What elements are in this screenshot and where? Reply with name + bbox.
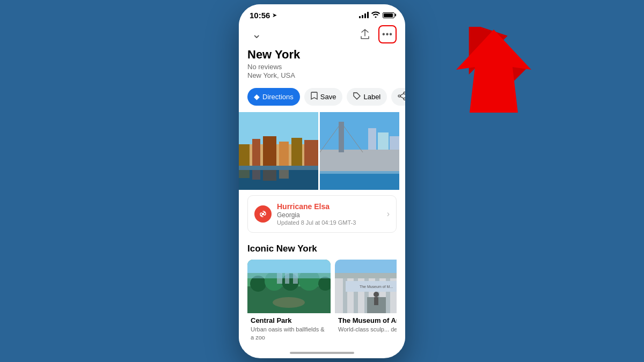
- svg-rect-30: [320, 171, 399, 174]
- label-button[interactable]: Label: [347, 88, 387, 106]
- svg-rect-25: [339, 122, 344, 152]
- chevron-down-icon: ⌄: [252, 28, 261, 40]
- more-options-icon: •••: [382, 29, 393, 39]
- svg-rect-43: [247, 270, 331, 278]
- additional-share-icon: [398, 92, 405, 102]
- museum-title: The Museum of Art: [335, 313, 397, 326]
- svg-rect-59: [374, 297, 378, 305]
- iconic-section: Iconic New York: [239, 238, 405, 350]
- iconic-section-title: Iconic New York: [247, 243, 397, 254]
- status-bar: 10:56 ➤: [239, 4, 405, 23]
- alert-chevron-icon: ›: [387, 209, 390, 219]
- status-icons: [359, 11, 394, 19]
- save-button[interactable]: Save: [304, 88, 343, 106]
- svg-rect-16: [239, 166, 318, 170]
- svg-point-44: [273, 297, 305, 308]
- wifi-icon: [371, 11, 380, 19]
- svg-point-58: [374, 292, 379, 297]
- svg-point-3: [398, 95, 400, 97]
- svg-rect-29: [320, 171, 399, 190]
- hurricane-alert-card[interactable]: Hurricane Elsa Georgia Updated 8 Jul at …: [247, 195, 397, 233]
- iconic-card-central-park[interactable]: Central Park Urban oasis with ballfields…: [247, 260, 331, 346]
- signal-icon: [359, 12, 369, 18]
- save-icon: [311, 92, 318, 102]
- iconic-card-museum[interactable]: The Museum of M... The Museum of Art Wor…: [335, 260, 397, 346]
- share-button[interactable]: [356, 25, 374, 43]
- svg-rect-12: [279, 142, 289, 166]
- label-icon: [353, 92, 361, 101]
- alert-title: Hurricane Elsa: [277, 202, 382, 211]
- svg-rect-14: [304, 140, 318, 166]
- place-location: New York, USA: [247, 71, 397, 79]
- directions-icon: ◆: [254, 92, 260, 101]
- svg-line-6: [400, 97, 404, 99]
- photo-1-image: [239, 112, 318, 190]
- place-name: New York: [247, 48, 397, 62]
- photo-2[interactable]: [320, 112, 399, 190]
- svg-rect-17: [239, 170, 250, 178]
- svg-rect-13: [291, 138, 302, 166]
- svg-line-5: [400, 93, 404, 95]
- central-park-image: [247, 260, 331, 313]
- additional-share-button[interactable]: [391, 88, 405, 106]
- directions-button[interactable]: ◆ Directions: [247, 88, 300, 106]
- alert-content: Hurricane Elsa Georgia Updated 8 Jul at …: [277, 202, 382, 226]
- header-actions: •••: [356, 25, 397, 43]
- central-park-title: Central Park: [247, 313, 331, 326]
- phone-frame: 10:56 ➤ ⌄: [239, 4, 405, 358]
- place-reviews: No reviews: [247, 63, 397, 71]
- photo-1[interactable]: [239, 112, 318, 190]
- museum-desc: World-class sculp... design: [335, 326, 397, 338]
- svg-text:The Museum of M...: The Museum of M...: [360, 285, 393, 289]
- svg-rect-22: [320, 150, 399, 174]
- svg-rect-27: [378, 132, 389, 150]
- svg-rect-11: [263, 136, 276, 166]
- svg-rect-26: [368, 128, 376, 150]
- share-icon: [360, 29, 370, 40]
- alert-subtitle: Georgia: [277, 211, 382, 219]
- location-arrow-icon: ➤: [272, 12, 277, 19]
- action-buttons-row: ◆ Directions Save Label: [239, 85, 405, 112]
- header-bar: ⌄ •••: [239, 23, 405, 48]
- alert-icon: [254, 205, 272, 223]
- hurricane-icon: [259, 210, 267, 218]
- photo-strip[interactable]: [239, 112, 405, 190]
- more-options-button[interactable]: •••: [378, 25, 397, 43]
- svg-rect-20: [279, 170, 289, 179]
- svg-rect-18: [252, 170, 260, 180]
- status-time: 10:56: [250, 11, 270, 20]
- chevron-down-button[interactable]: ⌄: [247, 25, 266, 43]
- svg-rect-19: [263, 170, 276, 181]
- battery-icon: [383, 12, 394, 18]
- svg-rect-10: [252, 139, 260, 166]
- museum-image: The Museum of M...: [335, 260, 397, 313]
- svg-rect-9: [239, 144, 250, 166]
- svg-point-4: [404, 98, 405, 100]
- svg-point-2: [404, 92, 405, 94]
- home-indicator: [290, 352, 354, 354]
- red-arrow-annotation: [445, 27, 542, 123]
- alert-time: Updated 8 Jul at 04:19 GMT-3: [277, 219, 382, 226]
- photo-2-image: [320, 112, 399, 190]
- central-park-desc: Urban oasis with ballfields & a zoo: [247, 326, 331, 346]
- svg-rect-28: [390, 136, 399, 150]
- svg-rect-47: [335, 273, 397, 278]
- place-info: New York No reviews New York, USA: [239, 48, 405, 85]
- iconic-grid: Central Park Urban oasis with ballfields…: [247, 260, 397, 346]
